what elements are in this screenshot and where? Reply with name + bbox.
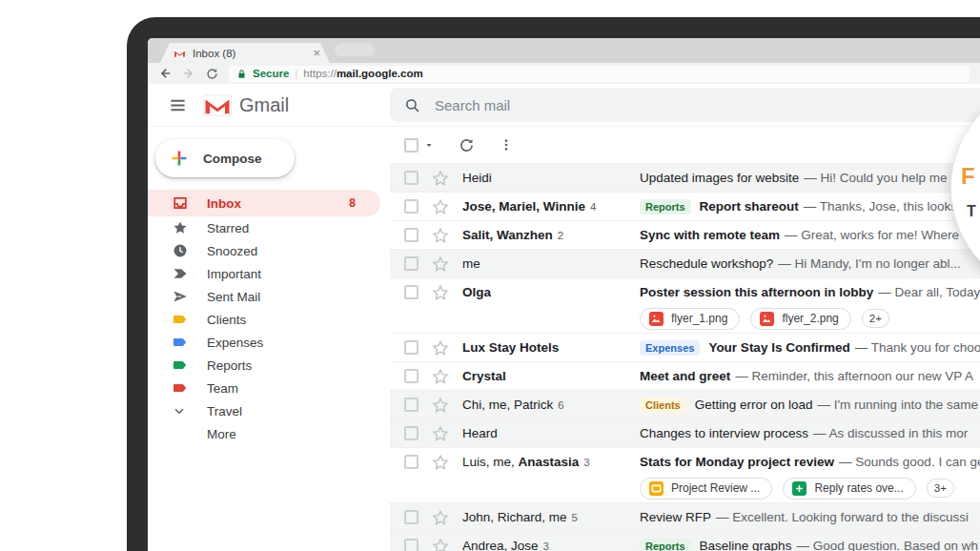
row-checkbox[interactable] [404,199,419,214]
url-separator: | [295,68,297,79]
sidebar-item-snoozed[interactable]: Snoozed [148,239,390,262]
star-outline-icon[interactable] [432,368,449,385]
label-chip[interactable]: Reports [640,539,691,551]
row-checkbox[interactable] [404,228,419,242]
email-row[interactable]: Andrea, Jose3ReportsBaseline graphs— Goo… [390,531,980,551]
email-sender: John, Richard, me5 [462,510,640,524]
email-row[interactable]: HeardChanges to interview process— As di… [390,418,980,447]
star-outline-icon[interactable] [432,227,449,244]
url-field[interactable]: Secure | https://mail.google.com [229,66,970,82]
row-checkbox[interactable] [404,285,419,299]
sidebar-item-travel[interactable]: Travel [148,399,390,422]
search-icon [404,97,420,113]
select-all-checkbox[interactable] [404,138,419,153]
sidebar: Compose Inbox8StarredSnoozedImportantSen… [148,127,390,551]
attachment-chip[interactable]: flyer_2.png [750,308,850,330]
star-outline-icon[interactable] [432,509,449,526]
email-row[interactable]: CrystalMeet and greet— Reminder, this af… [390,361,980,390]
refresh-icon[interactable] [459,137,475,153]
email-subject: Changes to interview process [640,426,808,440]
email-sender: Luis, me, Anastasia3 [462,455,640,469]
image-attachment-icon [649,312,664,326]
browser-tab[interactable]: Inbox (8) × [160,43,330,63]
row-checkbox[interactable] [404,455,419,469]
thread-count: 3 [583,457,589,468]
sidebar-item-team[interactable]: Team [148,377,390,399]
email-row[interactable]: Chi, me, Patrick6ClientsGetting error on… [390,390,980,418]
sidebar-item-more[interactable]: More [148,422,390,445]
sidebar-item-starred[interactable]: Starred [148,216,390,239]
row-checkbox[interactable] [404,426,419,440]
email-row[interactable]: John, Richard, me5Review RFP— Excellent.… [390,502,980,531]
star-outline-icon[interactable] [432,425,449,442]
url-host: mail.google.com [337,68,423,79]
star-outline-icon[interactable] [432,538,449,551]
sidebar-item-label: Snoozed [207,244,390,258]
label-chip[interactable]: Reports [640,199,691,214]
sidebar-items: Inbox8StarredSnoozedImportantSent MailCl… [148,190,390,445]
sidebar-item-clients[interactable]: Clients [148,308,390,331]
sheets-attachment-icon [792,481,806,496]
sidebar-item-reports[interactable]: Reports [148,354,390,377]
row-checkbox[interactable] [404,539,419,551]
email-row[interactable]: meReschedule workshop?— Hi Mandy, I'm no… [390,249,980,277]
sidebar-item-important[interactable]: Important [148,262,390,285]
back-icon[interactable] [158,67,172,80]
browser-window: Inbox (8) × Secure | https://mail.google… [148,38,980,551]
search-bar[interactable] [390,88,980,122]
attachment-chip[interactable]: flyer_1.png [640,308,740,330]
hamburger-menu-icon[interactable] [169,96,187,114]
row-checkbox[interactable] [404,256,419,271]
attachment-name: Project Review ... [671,481,760,495]
attachment-chip[interactable]: Project Review ... [640,478,772,500]
email-row[interactable]: Jose, Mariel, Winnie4ReportsReport share… [390,192,980,220]
tab-title: Inbox (8) [193,48,313,59]
row-checkbox[interactable] [404,510,419,524]
star-outline-icon[interactable] [432,454,449,471]
star-outline-icon[interactable] [432,198,449,215]
caret-down-icon[interactable] [423,139,435,151]
email-row[interactable]: Luis, me, Anastasia3Stats for Monday pro… [390,447,980,502]
star-outline-icon[interactable] [432,397,449,414]
sidebar-item-expenses[interactable]: Expenses [148,331,390,354]
new-tab-button[interactable] [335,43,375,56]
attachment-name: flyer_1.png [671,312,727,325]
more-attachments-badge[interactable]: 2+ [862,309,889,328]
image-attachment-icon [760,312,774,326]
forward-icon[interactable] [182,67,195,80]
row-checkbox[interactable] [404,398,419,412]
row-checkbox[interactable] [404,369,419,383]
email-snippet: — Dear all, Today [878,285,980,299]
refresh-icon[interactable] [206,68,218,80]
sidebar-item-label: Reports [207,358,390,373]
thread-count: 3 [543,541,549,551]
row-checkbox[interactable] [404,340,419,355]
email-snippet: — Excellent. Looking forward to the disc… [716,510,969,524]
email-row[interactable]: OlgaPoster session this afternoon in lob… [390,277,980,333]
sidebar-item-inbox[interactable]: Inbox8 [148,190,380,216]
star-outline-icon[interactable] [432,170,449,187]
compose-button[interactable]: Compose [155,139,295,177]
label-icon [173,312,188,327]
email-row[interactable]: Lux Stay HotelsExpensesYour Stay Is Conf… [390,333,980,361]
email-sender: me [462,256,640,271]
email-sender: Andrea, Jose3 [462,539,640,551]
search-input[interactable] [433,96,840,114]
star-outline-icon[interactable] [432,339,449,357]
email-row[interactable]: HeidiUpdated images for website— Hi! Cou… [390,163,980,192]
more-vertical-icon[interactable] [500,137,513,153]
more-attachments-badge[interactable]: 3+ [927,479,954,498]
star-outline-icon[interactable] [432,255,449,273]
tab-close-icon[interactable]: × [313,47,320,59]
sidebar-item-sent-mail[interactable]: Sent Mail [148,285,390,308]
thread-count: 4 [590,201,596,213]
thread-count: 6 [558,399,563,411]
label-chip[interactable]: Clients [640,398,686,413]
row-checkbox[interactable] [404,171,419,185]
slides-attachment-icon [649,481,664,496]
email-row[interactable]: Salit, Wanzhen2Sync with remote team— Gr… [390,220,980,249]
compose-label: Compose [203,152,262,166]
label-chip[interactable]: Expenses [640,340,700,356]
star-outline-icon[interactable] [432,284,449,301]
attachment-chip[interactable]: Reply rates ove... [783,478,915,500]
